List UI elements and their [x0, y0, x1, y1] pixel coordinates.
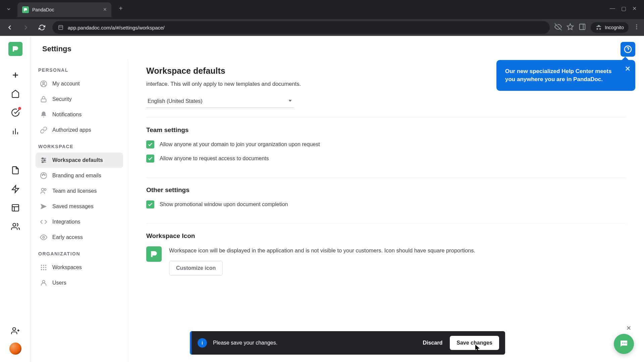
star-icon[interactable]: [567, 23, 574, 32]
new-tab-button[interactable]: +: [115, 3, 127, 15]
svg-point-29: [44, 160, 45, 161]
nav-workspace-defaults[interactable]: Workspace defaults: [36, 153, 123, 168]
url-text: app.pandadoc.com/a/#/settings/workspace/: [68, 25, 165, 31]
nav-saved-messages[interactable]: Saved messages: [36, 199, 123, 214]
customize-icon-button[interactable]: Customize icon: [169, 261, 223, 276]
chat-fab[interactable]: [614, 334, 634, 354]
svg-point-44: [41, 269, 42, 270]
settings-sidebar: PERSONAL My account Security Notificatio…: [31, 59, 128, 362]
panel-icon[interactable]: [579, 23, 586, 32]
nav-label: My account: [52, 81, 80, 87]
forward-button[interactable]: [20, 22, 32, 33]
tab-title: PandaDoc: [32, 7, 54, 12]
rail-templates-icon[interactable]: [8, 182, 22, 196]
svg-point-18: [13, 223, 16, 226]
svg-point-53: [626, 343, 627, 344]
app-rail: [0, 36, 31, 362]
nav-integrations[interactable]: Integrations: [36, 214, 123, 230]
nav-authorized-apps[interactable]: Authorized apps: [36, 122, 123, 138]
link-icon: [40, 126, 48, 134]
svg-point-40: [45, 265, 47, 266]
rail-documents-icon[interactable]: [8, 163, 22, 177]
nav-users[interactable]: Users: [36, 275, 123, 291]
svg-point-42: [43, 267, 44, 268]
check-label: Show promotional window upon document co…: [160, 201, 288, 207]
tooltip-text: Our new specialized Help Center meets yo…: [505, 68, 611, 82]
help-button[interactable]: [621, 42, 635, 57]
workspace-icon-preview: [146, 246, 162, 262]
svg-point-38: [41, 265, 42, 266]
save-changes-button[interactable]: Save changes: [450, 336, 499, 350]
minimize-icon[interactable]: —: [610, 5, 615, 12]
eye-off-icon[interactable]: [554, 23, 562, 32]
nav-early-access[interactable]: Early access: [36, 230, 123, 245]
people-icon: [40, 187, 48, 195]
app-logo[interactable]: [8, 42, 22, 56]
rail-user-avatar[interactable]: [9, 343, 21, 355]
nav-notifications[interactable]: Notifications: [36, 107, 123, 122]
browser-toolbar: app.pandadoc.com/a/#/settings/workspace/…: [0, 19, 644, 36]
browser-tab[interactable]: PandaDoc ×: [17, 2, 111, 17]
nav-branding[interactable]: Branding and emails: [36, 168, 123, 183]
svg-point-7: [636, 26, 637, 27]
svg-rect-4: [580, 24, 585, 30]
svg-point-33: [43, 174, 44, 175]
grid-icon: [40, 263, 48, 272]
reload-button[interactable]: [36, 22, 48, 33]
rail-reports-icon[interactable]: [8, 124, 22, 138]
svg-point-37: [43, 236, 45, 238]
svg-point-6: [636, 24, 637, 25]
svg-point-52: [624, 343, 625, 344]
palette-icon: [40, 172, 48, 180]
section-label-organization: ORGANIZATION: [36, 245, 123, 260]
rail-activity-icon[interactable]: [8, 106, 22, 120]
main-content: Workspace defaults interface. This will …: [128, 59, 644, 362]
maximize-icon[interactable]: ▢: [621, 5, 626, 12]
nav-label: Security: [52, 96, 72, 102]
tab-close-icon[interactable]: ×: [103, 6, 107, 13]
svg-rect-24: [41, 99, 46, 102]
svg-point-51: [622, 343, 623, 344]
nav-team[interactable]: Team and licenses: [36, 183, 123, 199]
rail-catalog-icon[interactable]: [8, 201, 22, 215]
rail-home-icon[interactable]: [8, 87, 22, 101]
rail-add-button[interactable]: [8, 68, 22, 82]
nav-security[interactable]: Security: [36, 92, 123, 107]
save-message: Please save your changes.: [213, 340, 277, 346]
nav-label: Workspace defaults: [52, 157, 103, 163]
close-window-icon[interactable]: ✕: [632, 5, 637, 12]
language-select[interactable]: English (United States): [146, 88, 294, 108]
nav-label: Users: [52, 280, 66, 286]
send-icon: [40, 202, 48, 210]
checkbox[interactable]: [146, 155, 154, 163]
user-solo-icon: [40, 279, 48, 287]
incognito-badge[interactable]: Incognito: [591, 22, 629, 33]
check-label: Allow anyone at your domain to join your…: [160, 141, 320, 147]
kebab-icon[interactable]: [633, 23, 640, 32]
dismiss-icon[interactable]: ✕: [626, 324, 631, 332]
svg-point-36: [44, 189, 46, 191]
discard-button[interactable]: Discard: [423, 340, 443, 346]
check-label: Allow anyone to request access to docume…: [160, 156, 269, 162]
nav-label: Early access: [52, 234, 83, 240]
checkbox[interactable]: [146, 140, 154, 148]
tab-search-button[interactable]: [3, 3, 15, 15]
rail-contacts-icon[interactable]: [8, 220, 22, 234]
team-section-title: Team settings: [146, 126, 626, 134]
nav-workspaces[interactable]: Workspaces: [36, 260, 123, 275]
language-value: English (United States): [148, 98, 203, 104]
svg-point-41: [41, 267, 42, 268]
checkbox[interactable]: [146, 200, 154, 208]
svg-marker-48: [288, 100, 291, 102]
address-bar[interactable]: app.pandadoc.com/a/#/settings/workspace/: [52, 21, 550, 34]
tooltip-close-icon[interactable]: ✕: [625, 64, 631, 73]
back-button[interactable]: [4, 22, 15, 33]
nav-my-account[interactable]: My account: [36, 76, 123, 92]
rail-invite-icon[interactable]: [8, 324, 22, 338]
page-title: Settings: [42, 45, 633, 53]
nav-label: Workspaces: [52, 264, 82, 270]
info-icon: i: [198, 338, 207, 348]
svg-point-43: [45, 267, 47, 268]
code-icon: [40, 218, 48, 226]
help-tooltip: ✕ Our new specialized Help Center meets …: [496, 60, 635, 91]
